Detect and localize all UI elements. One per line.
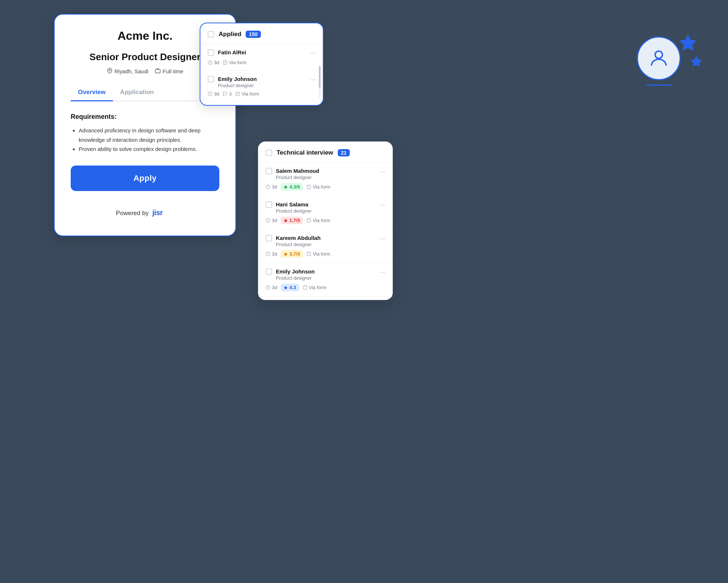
requirement-item-2: Proven ability to solve complex design p… bbox=[79, 144, 219, 154]
candidate-more-button[interactable]: ··· bbox=[310, 49, 316, 57]
svg-rect-17 bbox=[307, 219, 311, 222]
svg-point-27 bbox=[655, 51, 662, 58]
candidate-item: Salem Mahmoud Product designer ··· 3d 4.… bbox=[258, 163, 392, 196]
jobtype-meta: Full time bbox=[155, 68, 183, 75]
candidate-name: Fatin AlRei bbox=[218, 49, 246, 55]
candidate-item: Emily Johnson Product designer ··· 3d 3 … bbox=[200, 71, 323, 102]
candidate-item: Hani Salama Product designer ··· 3d 1.7/… bbox=[258, 196, 392, 230]
svg-marker-16 bbox=[284, 219, 287, 222]
candidate-role: Product designer bbox=[276, 275, 315, 281]
source-tag: Via form bbox=[223, 60, 246, 65]
location-icon bbox=[107, 68, 113, 75]
rating-badge: 4.3 bbox=[281, 284, 299, 291]
time-tag: 3d bbox=[266, 285, 277, 290]
powered-by-text: Powered by bbox=[116, 210, 149, 217]
powered-by: Powered by jisr bbox=[71, 207, 219, 219]
candidate-checkbox[interactable] bbox=[208, 49, 214, 56]
scrollbar-track bbox=[319, 66, 321, 98]
candidate-checkbox[interactable] bbox=[266, 201, 272, 208]
candidate-info: Kareem Abdullah Product designer bbox=[276, 235, 321, 247]
candidate-name: Emily Johnson bbox=[276, 268, 315, 275]
applied-title: Applied bbox=[219, 31, 241, 38]
tech-select-all-checkbox[interactable] bbox=[266, 149, 272, 156]
decoration bbox=[637, 36, 681, 86]
applied-select-all-checkbox[interactable] bbox=[208, 31, 214, 38]
job-meta: Riyadh, Saudi Full time bbox=[71, 68, 219, 75]
candidate-item: Kareem Abdullah Product designer ··· 3d … bbox=[258, 230, 392, 263]
scrollbar-thumb[interactable] bbox=[319, 66, 321, 88]
tech-title: Technical interview bbox=[277, 149, 333, 156]
candidate-checkbox[interactable] bbox=[266, 268, 272, 275]
candidate-top: Salem Mahmoud Product designer ··· bbox=[266, 168, 385, 180]
candidate-info: Hani Salama Product designer bbox=[276, 201, 312, 214]
candidate-item: Emily Johnson Product designer ··· 3d 4.… bbox=[258, 263, 392, 297]
candidate-info: Fatin AlRei bbox=[218, 49, 246, 55]
candidate-more-button[interactable]: ··· bbox=[380, 201, 385, 209]
candidate-top: Emily Johnson Product designer ··· bbox=[266, 268, 385, 281]
candidate-more-button[interactable]: ··· bbox=[380, 235, 385, 242]
candidate-name: Hani Salama bbox=[276, 201, 312, 207]
candidate-role: Product designer bbox=[218, 83, 257, 88]
applied-count-badge: 150 bbox=[246, 31, 261, 38]
candidate-more-button[interactable]: ··· bbox=[380, 268, 385, 276]
tech-panel-header: Technical interview 21 bbox=[258, 149, 392, 163]
candidate-top: Emily Johnson Product designer ··· bbox=[208, 76, 316, 88]
candidate-role: Product designer bbox=[276, 208, 312, 214]
candidate-meta: 3d 1.7/5 Via form bbox=[266, 217, 385, 224]
candidate-info: Emily Johnson Product designer bbox=[218, 76, 257, 88]
job-title: Senior Product Designer bbox=[71, 51, 219, 63]
requirements-list: Advanced proficiency in design software … bbox=[71, 126, 219, 154]
time-tag: 3d bbox=[208, 60, 219, 65]
tech-interview-panel: Technical interview 21 Salem Mahmoud Pro… bbox=[258, 141, 393, 300]
star-small-icon bbox=[689, 55, 703, 69]
source-tag: Via form bbox=[235, 91, 259, 97]
svg-marker-24 bbox=[284, 286, 287, 289]
tech-count-badge: 21 bbox=[338, 149, 350, 156]
requirement-item-1: Advanced proficiency in design software … bbox=[79, 126, 219, 144]
candidate-more-button[interactable]: ··· bbox=[310, 76, 316, 83]
jobtype-text: Full time bbox=[163, 68, 183, 74]
candidate-checkbox[interactable] bbox=[266, 235, 272, 241]
candidate-meta: 3d 3 Via form bbox=[208, 91, 316, 97]
svg-marker-12 bbox=[284, 185, 287, 189]
candidate-role: Product designer bbox=[276, 175, 319, 180]
requirements-title: Requirements: bbox=[71, 113, 219, 121]
tab-overview[interactable]: Overview bbox=[71, 85, 113, 101]
avatar-circle bbox=[637, 36, 681, 80]
candidate-info: Salem Mahmoud Product designer bbox=[276, 168, 319, 180]
candidate-top: Kareem Abdullah Product designer ··· bbox=[266, 235, 385, 247]
candidate-meta: 3d 4.3 Via form bbox=[266, 284, 385, 291]
svg-rect-21 bbox=[307, 252, 311, 256]
source-tag: Via form bbox=[306, 184, 330, 190]
candidate-item: Fatin AlRei ··· 3d Via form bbox=[200, 44, 323, 71]
tab-application[interactable]: Application bbox=[113, 85, 161, 101]
tab-row: Overview Application bbox=[71, 85, 219, 101]
time-tag: 3d bbox=[266, 218, 277, 223]
candidate-more-button[interactable]: ··· bbox=[380, 168, 385, 175]
person-icon bbox=[648, 47, 670, 69]
comments-tag: 3 bbox=[223, 91, 231, 97]
applied-panel: Applied 150 Fatin AlRei ··· 3d Via form bbox=[200, 23, 324, 106]
candidate-name: Emily Johnson bbox=[218, 76, 257, 82]
briefcase-icon bbox=[155, 68, 161, 75]
svg-rect-1 bbox=[156, 70, 160, 73]
apply-button[interactable]: Apply bbox=[71, 166, 219, 191]
candidate-top: Hani Salama Product designer ··· bbox=[266, 201, 385, 214]
source-tag: Via form bbox=[306, 218, 330, 223]
svg-marker-20 bbox=[284, 252, 287, 256]
company-name: Acme Inc. bbox=[71, 29, 219, 43]
location-meta: Riyadh, Saudi bbox=[107, 68, 148, 75]
requirements-section: Requirements: Advanced proficiency in de… bbox=[71, 113, 219, 154]
candidate-name: Salem Mahmoud bbox=[276, 168, 319, 174]
svg-text:jisr: jisr bbox=[152, 208, 163, 216]
svg-rect-13 bbox=[307, 185, 311, 189]
candidate-name: Kareem Abdullah bbox=[276, 235, 321, 241]
candidate-checkbox[interactable] bbox=[208, 76, 214, 82]
source-tag: Via form bbox=[306, 251, 330, 257]
candidate-meta: 3d Via form bbox=[208, 60, 316, 65]
candidate-info: Emily Johnson Product designer bbox=[276, 268, 315, 281]
svg-point-0 bbox=[109, 70, 110, 71]
svg-rect-25 bbox=[303, 286, 307, 289]
rating-badge: 4.3/5 bbox=[281, 183, 303, 191]
candidate-checkbox[interactable] bbox=[266, 168, 272, 174]
